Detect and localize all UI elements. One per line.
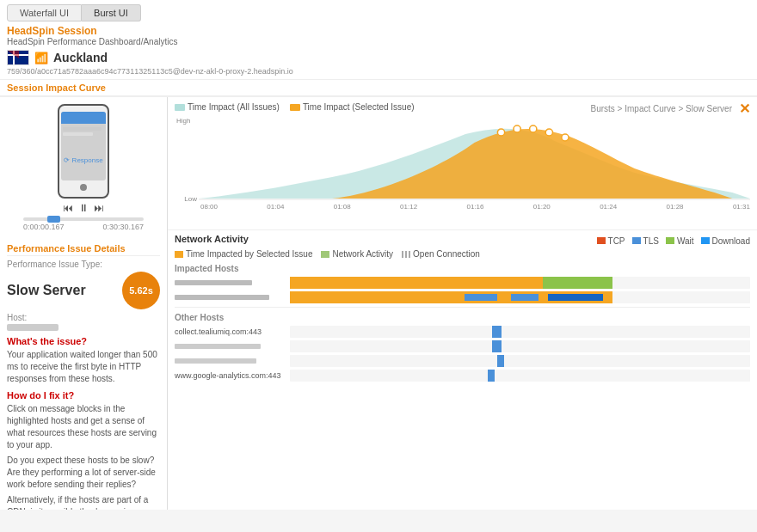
session-title: HeadSpin Session <box>7 25 750 37</box>
svg-point-3 <box>545 129 552 136</box>
phone-mockup: ⟳ Response <box>58 104 109 199</box>
signal-icon: 📶 <box>34 52 48 64</box>
host-value <box>7 324 58 331</box>
other-host-label-4: www.google-analytics.com:443 <box>175 371 286 380</box>
time-impacted-legend: Time Impacted by Selected Issue <box>175 249 312 259</box>
score-circle: 5.62s <box>122 272 160 309</box>
play-back-btn[interactable]: ⏮ <box>63 202 73 214</box>
other-host-row-1[interactable]: collect.tealiumiq.com:443 <box>175 326 750 338</box>
wait-legend: Wait <box>666 236 694 246</box>
x-label-4: 01:16 <box>466 203 483 211</box>
network-activity-legend: Network Activity <box>321 249 393 259</box>
x-label-7: 01:28 <box>667 203 684 211</box>
pause-btn[interactable]: ⏸ <box>78 202 89 214</box>
perf-section-title: Performance Issue Details <box>7 243 160 256</box>
host-label: Host: <box>7 313 160 322</box>
impacted-hosts-section: Impacted Hosts <box>175 264 750 303</box>
burst-tab[interactable]: Burst UI <box>82 4 141 21</box>
other-host-label-1: collect.tealiumiq.com:443 <box>175 327 286 336</box>
flag-icon <box>7 50 29 65</box>
what-issue-text: Your application waited longer than 500 … <box>7 349 160 385</box>
other-host-row-3[interactable] <box>175 355 750 367</box>
x-label-5: 01:20 <box>533 203 551 211</box>
play-fwd-btn[interactable]: ⏭ <box>94 202 104 214</box>
fix-text-3: Alternatively, if the hosts are part of … <box>7 494 160 510</box>
header-subtitle: HeadSpin Performance Dashboard/Analytics <box>7 37 750 46</box>
svg-point-0 <box>497 129 504 136</box>
time-end: 0:30:30.167 <box>102 223 144 231</box>
x-label-3: 01:12 <box>400 203 417 211</box>
x-label-8: 01:31 <box>733 203 750 211</box>
legend-selected-issue: Time Impact (Selected Issue) <box>290 102 415 112</box>
location-name: Auckland <box>53 51 108 64</box>
session-url: 759/360/a0cc71a5782aaa6c94c77311325113c5… <box>7 67 750 76</box>
phone-screen: ⟳ Response <box>61 112 106 180</box>
x-label-1: 01:04 <box>267 203 284 211</box>
breadcrumb: Bursts > Impact Curve > Slow Server <box>590 104 732 113</box>
time-start: 0:00:00.167 <box>23 223 65 231</box>
download-legend: Download <box>701 236 750 246</box>
other-hosts-title: Other Hosts <box>175 313 750 322</box>
issue-type-label: Performance Issue Type: <box>7 260 160 269</box>
fix-title: How do I fix it? <box>7 390 160 401</box>
waterfall-tab[interactable]: Waterfall UI <box>7 4 82 21</box>
fix-text-2: Do you expect these hosts to be slow? Ar… <box>7 455 160 491</box>
other-host-row-4[interactable]: www.google-analytics.com:443 <box>175 370 750 382</box>
impact-chart <box>199 117 750 203</box>
impacted-host-row-1[interactable] <box>175 277 750 289</box>
fix-text-1: Click on message blocks in the highlight… <box>7 403 160 451</box>
tcp-legend: TCP <box>597 236 625 246</box>
svg-point-4 <box>562 134 569 141</box>
y-label-high: High <box>176 117 197 125</box>
svg-point-2 <box>530 125 537 132</box>
impacted-host-row-2[interactable] <box>175 291 750 303</box>
tls-legend: TLS <box>632 236 659 246</box>
other-hosts-section: Other Hosts collect.tealiumiq.com:443 <box>175 313 750 382</box>
x-label-2: 01:08 <box>334 203 351 211</box>
x-label-6: 01:24 <box>600 203 617 211</box>
network-activity-title: Network Activity <box>175 234 249 244</box>
y-label-low: Low <box>184 195 197 203</box>
impacted-hosts-title: Impacted Hosts <box>175 264 750 273</box>
svg-point-1 <box>514 125 520 132</box>
section-title-impact: Session Impact Curve <box>0 80 757 96</box>
close-icon[interactable]: ✕ <box>739 101 750 117</box>
other-host-row-2[interactable] <box>175 340 750 352</box>
issue-type-value: Slow Server <box>7 282 86 298</box>
what-issue-title: What's the issue? <box>7 336 160 346</box>
x-label-0: 08:00 <box>200 203 218 211</box>
legend-all-issues: Time Impact (All Issues) <box>175 102 280 112</box>
open-connection-legend: Open Connection <box>402 249 480 259</box>
